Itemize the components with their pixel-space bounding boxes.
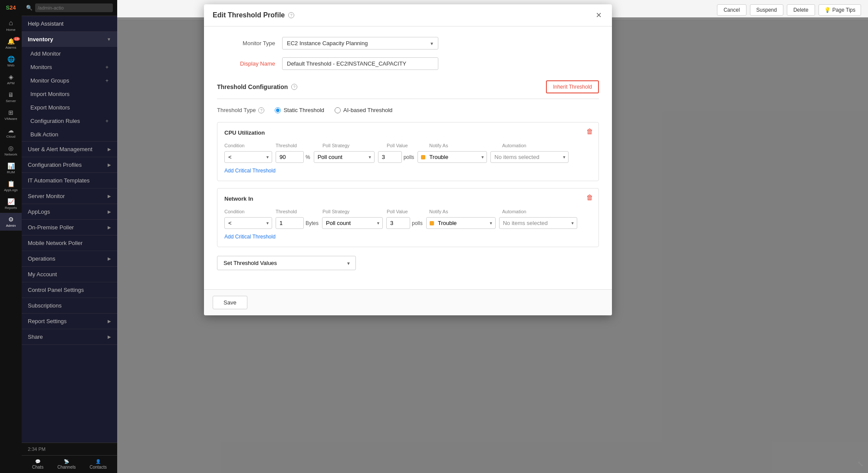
bottom-nav-channels[interactable]: 📡 Channels <box>57 459 76 470</box>
sidebar-item-import-monitors[interactable]: Import Monitors <box>22 87 117 101</box>
threshold-config-section: Threshold Configuration ? Inherit Thresh… <box>217 80 599 270</box>
sidebar-item-applogs[interactable]: AppLogs ▶ <box>22 204 117 220</box>
metric-block-network-in: 🗑 Network In Condition Threshold Poll St… <box>217 188 599 247</box>
poll-strategy-select-cpu[interactable]: Poll count Average <box>314 151 375 163</box>
add-critical-threshold-ni[interactable]: Add Critical Threshold <box>224 234 276 240</box>
ai-threshold-option[interactable]: AI-based Threshold <box>335 107 392 113</box>
sidebar-item-on-premise[interactable]: On-Premise Poller ▶ <box>22 220 117 235</box>
inherit-threshold-button[interactable]: Inherit Threshold <box>546 80 599 93</box>
metric-title-network-in: Network In <box>224 195 592 202</box>
condition-header-cpu: Condition <box>224 143 244 148</box>
sidebar-item-user-alert[interactable]: User & Alert Management ▶ <box>22 142 117 157</box>
section-info-icon: ? <box>291 84 297 90</box>
threshold-type-info-icon: ? <box>258 107 264 113</box>
sidebar-item-add-monitor[interactable]: Add Monitor <box>22 47 117 60</box>
nav-icon-web[interactable]: 🌐 Web <box>0 53 22 70</box>
modal-footer: Save <box>204 289 612 315</box>
modal-close-button[interactable]: × <box>594 10 603 20</box>
search-icon: 🔍 <box>26 5 33 11</box>
sidebar-item-control-panel[interactable]: Control Panel Settings <box>22 282 117 298</box>
threshold-header-ni: Threshold <box>276 209 297 214</box>
set-threshold-select[interactable]: Set Threshold Values <box>217 256 356 270</box>
cancel-button[interactable]: Cancel <box>717 4 746 16</box>
poll-strategy-select-ni[interactable]: Poll count Average <box>322 217 383 229</box>
inventory-section: Inventory ▼ Add Monitor Monitors + Monit… <box>22 32 117 142</box>
display-name-row: Display Name <box>217 57 599 70</box>
modal-body: Monitor Type EC2 Instance Capacity Plann… <box>204 26 612 289</box>
automation-select-cpu[interactable]: No items selected <box>490 151 569 163</box>
set-threshold-row: Set Threshold Values ▼ <box>217 256 599 270</box>
threshold-type-row: Threshold Type ? Static Threshold AI-bas… <box>217 107 599 113</box>
threshold-input-cpu[interactable] <box>276 151 304 163</box>
metric-title-cpu: CPU Utilization <box>224 129 592 136</box>
automation-select-ni[interactable]: No items selected <box>499 217 577 229</box>
metric-block-cpu: 🗑 CPU Utilization Condition Threshold Po… <box>217 122 599 181</box>
threshold-input-ni[interactable] <box>276 217 304 229</box>
monitor-type-label: Monitor Type <box>217 40 282 46</box>
poll-value-input-cpu[interactable] <box>378 151 402 163</box>
nav-icon-alarms[interactable]: 🔔 Alarms 19 <box>0 35 22 53</box>
edit-threshold-modal: Edit Threshold Profile ? × Monitor Type … <box>204 4 612 315</box>
static-threshold-option[interactable]: Static Threshold <box>275 107 324 113</box>
poll-unit-ni: polls <box>412 220 423 226</box>
nav-icon-network[interactable]: ◎ Network <box>0 142 22 159</box>
help-assistant[interactable]: Help Assistant <box>22 16 117 32</box>
display-name-input[interactable] <box>282 57 438 70</box>
sidebar-item-config-rules[interactable]: Configuration Rules + <box>22 114 117 128</box>
sidebar-item-my-account[interactable]: My Account <box>22 267 117 282</box>
nav-icon-cloud[interactable]: ☁ Cloud <box>0 124 22 142</box>
nav-icon-server[interactable]: 🖥 Server <box>0 88 22 106</box>
add-critical-threshold-cpu[interactable]: Add Critical Threshold <box>224 168 276 174</box>
delete-network-in-icon[interactable]: 🗑 <box>586 194 593 202</box>
sidebar-item-operations[interactable]: Operations ▶ <box>22 251 117 267</box>
nav-icon-reports[interactable]: 📈 Reports <box>0 195 22 213</box>
delete-button[interactable]: Delete <box>787 4 815 16</box>
modal-title: Edit Threshold Profile <box>213 11 285 19</box>
sidebar-item-export-monitors[interactable]: Export Monitors <box>22 101 117 114</box>
threshold-unit-ni: Bytes <box>306 220 319 226</box>
section-title: Threshold Configuration <box>217 83 288 90</box>
sidebar-item-report-settings[interactable]: Report Settings ▶ <box>22 314 117 329</box>
bottom-nav-contacts[interactable]: 👤 Contacts <box>90 459 107 470</box>
nav-icon-applogs[interactable]: 📋 AppLogs <box>0 177 22 195</box>
nav-icon-rum[interactable]: 📊 RUM <box>0 159 22 177</box>
delete-cpu-icon[interactable]: 🗑 <box>586 128 593 136</box>
sidebar-item-config-profiles[interactable]: Configuration Profiles ▶ <box>22 157 117 173</box>
notify-as-header-ni: Notify As <box>429 209 448 214</box>
automation-header-cpu: Automation <box>502 143 526 148</box>
notify-as-select-cpu[interactable]: Trouble Critical <box>418 151 487 163</box>
nav-icon-home[interactable]: ⌂ Home <box>0 16 22 35</box>
monitor-type-select[interactable]: EC2 Instance Capacity Planning <box>282 37 438 50</box>
inventory-header[interactable]: Inventory ▼ <box>22 32 117 47</box>
poll-strategy-header-ni: Poll Strategy <box>322 209 349 214</box>
page-tips-button[interactable]: 💡 Page Tips <box>819 4 861 16</box>
sidebar-item-server-monitor[interactable]: Server Monitor ▶ <box>22 189 117 204</box>
nav-icon-vmware[interactable]: ⊞ VMware <box>0 106 22 124</box>
condition-select-cpu[interactable]: < > <= >= <box>224 151 272 163</box>
nav-icon-admin[interactable]: ⚙ Admin <box>0 213 22 231</box>
search-input[interactable] <box>35 3 113 12</box>
sidebar-item-monitor-groups[interactable]: Monitor Groups + <box>22 74 117 87</box>
poll-value-input-ni[interactable] <box>386 217 410 229</box>
condition-select-ni[interactable]: < > <box>224 217 272 229</box>
sidebar-item-bulk-action[interactable]: Bulk Action <box>22 128 117 141</box>
sidebar-item-subscriptions[interactable]: Subscriptions <box>22 298 117 314</box>
sidebar-item-monitors[interactable]: Monitors + <box>22 60 117 74</box>
bottom-nav-chats[interactable]: 💬 Chats <box>32 459 43 470</box>
site-logo[interactable]: S24 <box>6 4 16 11</box>
monitor-type-row: Monitor Type EC2 Instance Capacity Plann… <box>217 37 599 50</box>
poll-value-header-cpu: Poll Value <box>387 143 408 148</box>
condition-header-ni: Condition <box>224 209 244 214</box>
poll-unit-cpu: polls <box>404 154 414 160</box>
threshold-unit-cpu: % <box>306 154 310 160</box>
nav-icon-apm[interactable]: ◈ APM <box>0 70 22 88</box>
sidebar-item-share[interactable]: Share ▶ <box>22 329 117 345</box>
sidebar-item-mobile-network[interactable]: Mobile Network Poller <box>22 235 117 251</box>
sidebar-time: 2:34 PM <box>22 443 117 455</box>
suspend-button[interactable]: Suspend <box>750 4 783 16</box>
save-button[interactable]: Save <box>213 296 247 309</box>
notify-as-select-ni[interactable]: Trouble Critical <box>426 217 496 229</box>
sidebar-item-it-automation[interactable]: IT Automation Templates <box>22 173 117 189</box>
lightbulb-icon: 💡 <box>824 7 831 13</box>
automation-header-ni: Automation <box>502 209 526 214</box>
